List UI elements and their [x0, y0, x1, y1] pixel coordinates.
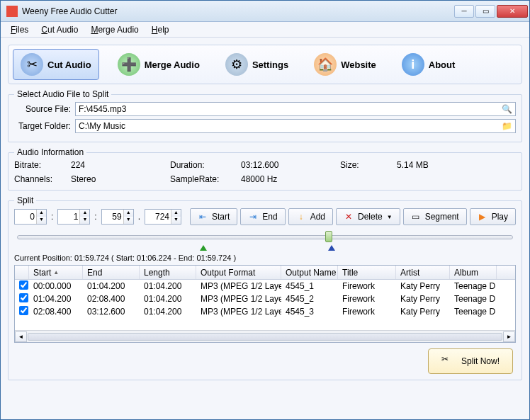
cell-length: 01:04.200	[140, 280, 196, 292]
duration-label: Duration:	[170, 160, 241, 170]
table-row[interactable]: 02:08.40003:12.60001:04.200MP3 (MPEG 1/2…	[15, 305, 515, 318]
position-slider[interactable]	[14, 231, 516, 252]
spin-down-icon[interactable]: ▼	[171, 217, 181, 224]
header-end[interactable]: End	[83, 266, 140, 279]
cell-output-name: 4545_2	[281, 293, 338, 305]
browse-target-icon[interactable]: 📁	[501, 120, 512, 132]
segment-button[interactable]: ▭Segment	[403, 208, 467, 225]
colon-sep: :	[50, 212, 55, 222]
menu-merge-audio[interactable]: Merge Audio	[85, 23, 144, 36]
main-toolbar: ✂ Cut Audio ➕ Merge Audio ⚙ Settings 🏠 W…	[8, 45, 522, 84]
size-value: 5.14 MB	[397, 160, 482, 170]
scroll-thumb[interactable]	[28, 333, 502, 341]
cell-end: 03:12.600	[83, 306, 140, 317]
audio-info-group: Audio Information Bitrate: 224 Duration:…	[8, 152, 522, 191]
start-marker-icon[interactable]	[200, 245, 207, 251]
time-hours-spinner[interactable]: ▲▼	[14, 209, 47, 225]
browse-source-icon[interactable]: 🔍	[501, 103, 512, 115]
end-marker-icon[interactable]	[328, 245, 335, 251]
row-checkbox[interactable]	[19, 293, 28, 302]
header-length[interactable]: Length	[140, 266, 196, 279]
time-minutes-spinner[interactable]: ▲▼	[57, 209, 90, 225]
app-window: Weeny Free Audio Cutter ─ ▭ ✕ Files Cut …	[0, 0, 530, 420]
split-now-button[interactable]: ✂ Split Now!	[428, 348, 513, 374]
row-checkbox-cell	[15, 305, 29, 318]
scroll-left-icon[interactable]: ◄	[15, 331, 27, 342]
spin-down-icon[interactable]: ▼	[123, 217, 133, 224]
header-album[interactable]: Album	[450, 266, 497, 279]
cell-album: Teenage D	[450, 306, 497, 317]
header-output-name[interactable]: Output Name	[281, 266, 338, 279]
horizontal-scrollbar[interactable]: ◄ ►	[15, 330, 515, 342]
time-ms-input[interactable]	[145, 210, 171, 223]
segment-icon: ▭	[411, 212, 421, 222]
menu-files[interactable]: Files	[5, 23, 34, 36]
duration-value: 03:12.600	[241, 160, 340, 170]
target-folder-input[interactable]: C:\My Music 📁	[75, 119, 516, 133]
cell-output-name: 4545_1	[281, 280, 338, 292]
home-icon: 🏠	[314, 53, 337, 76]
close-button[interactable]: ✕	[497, 5, 528, 18]
colon-sep: :	[93, 212, 98, 222]
source-file-value: F:\4545.mp3	[79, 104, 126, 114]
delete-icon: ✕	[344, 212, 354, 222]
scissors-icon: ✂	[21, 53, 43, 76]
window-title: Weeny Free Audio Cutter	[22, 6, 454, 16]
row-checkbox[interactable]	[19, 280, 28, 290]
toolbar-cut-audio[interactable]: ✂ Cut Audio	[13, 49, 99, 80]
scroll-right-icon[interactable]: ►	[503, 331, 515, 342]
size-label: Size:	[340, 160, 397, 170]
end-button[interactable]: ⇥End	[240, 208, 285, 225]
play-button[interactable]: ▶Play	[470, 208, 516, 225]
minimize-button[interactable]: ─	[454, 5, 474, 18]
toolbar-cut-label: Cut Audio	[47, 59, 91, 70]
table-row[interactable]: 01:04.20002:08.40001:04.200MP3 (MPEG 1/2…	[15, 293, 515, 305]
cell-end: 01:04.200	[83, 280, 140, 292]
toolbar-website[interactable]: 🏠 Website	[307, 49, 383, 80]
add-button[interactable]: ↓Add	[288, 208, 333, 225]
slider-track	[17, 235, 513, 239]
header-start[interactable]: Start▲	[29, 266, 83, 279]
row-checkbox[interactable]	[19, 306, 28, 315]
header-check[interactable]	[15, 266, 29, 279]
spin-down-icon[interactable]: ▼	[79, 217, 89, 224]
delete-button[interactable]: ✕Delete▼	[336, 208, 400, 225]
toolbar-merge-audio[interactable]: ➕ Merge Audio	[111, 49, 207, 80]
content-area: ✂ Cut Audio ➕ Merge Audio ⚙ Settings 🏠 W…	[1, 38, 529, 419]
segments-table: Start▲ End Length Output Format Output N…	[14, 265, 516, 343]
slider-thumb[interactable]	[325, 231, 332, 242]
toolbar-merge-label: Merge Audio	[145, 59, 200, 70]
start-button[interactable]: ⇤Start	[190, 208, 237, 225]
toolbar-settings[interactable]: ⚙ Settings	[218, 49, 295, 80]
toolbar-about[interactable]: i About	[395, 49, 463, 80]
spin-up-icon[interactable]: ▲	[79, 210, 89, 217]
menu-help[interactable]: Help	[146, 23, 175, 36]
menu-cut-audio[interactable]: Cut Audio	[35, 23, 84, 36]
time-hours-input[interactable]	[15, 210, 36, 223]
dot-sep: .	[137, 212, 142, 222]
cell-artist: Katy Perry	[396, 293, 450, 305]
source-file-input[interactable]: F:\4545.mp3 🔍	[75, 102, 516, 116]
split-now-label: Split Now!	[461, 356, 500, 366]
select-file-group-title: Select Audio File to Split	[14, 89, 111, 99]
time-minutes-input[interactable]	[58, 210, 79, 223]
header-format[interactable]: Output Format	[196, 266, 281, 279]
maximize-button[interactable]: ▭	[475, 5, 495, 18]
split-title: Split	[14, 195, 36, 205]
cell-album: Teenage D	[450, 293, 497, 305]
time-seconds-input[interactable]	[102, 210, 123, 223]
time-ms-spinner[interactable]: ▲▼	[145, 209, 181, 225]
cell-title: Firework	[338, 293, 396, 305]
cell-length: 01:04.200	[140, 306, 196, 317]
header-artist[interactable]: Artist	[396, 266, 450, 279]
time-seconds-spinner[interactable]: ▲▼	[101, 209, 134, 225]
spin-up-icon[interactable]: ▲	[36, 210, 46, 217]
titlebar[interactable]: Weeny Free Audio Cutter ─ ▭ ✕	[1, 1, 529, 22]
spin-up-icon[interactable]: ▲	[123, 210, 133, 217]
audio-info-title: Audio Information	[14, 147, 86, 157]
spin-down-icon[interactable]: ▼	[36, 217, 46, 224]
header-title[interactable]: Title	[338, 266, 396, 279]
spin-up-icon[interactable]: ▲	[171, 210, 181, 217]
table-row[interactable]: 00:00.00001:04.20001:04.200MP3 (MPEG 1/2…	[15, 280, 515, 293]
cell-start: 01:04.200	[29, 293, 83, 305]
